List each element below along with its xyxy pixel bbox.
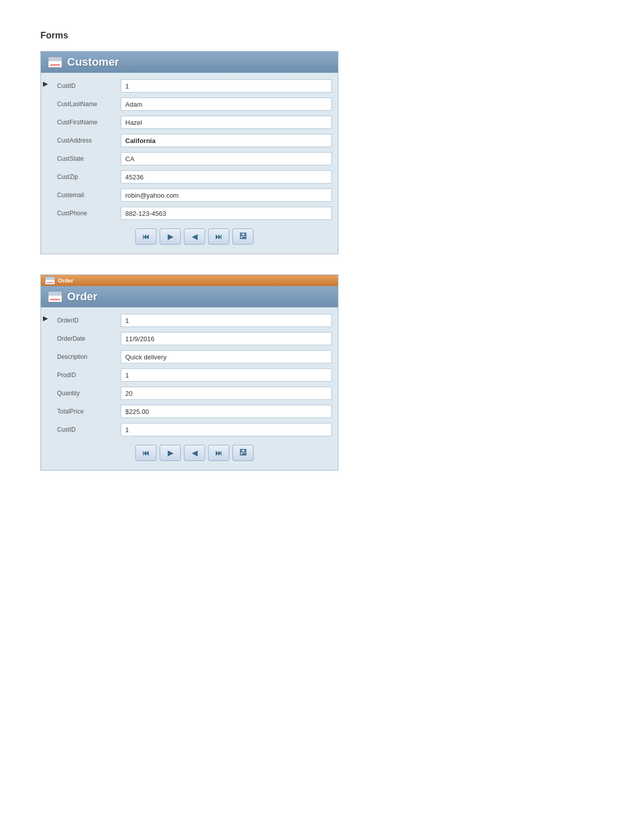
order-fields: OrderID OrderDate Description ProdID Qua… — [51, 311, 338, 466]
customer-form: Customer ▶ CustID CustLastName CustFirst… — [40, 51, 338, 254]
input-orderid[interactable] — [121, 314, 332, 327]
field-row-order-custid: CustID — [51, 421, 338, 439]
order-save-button[interactable]: 🖫 — [232, 445, 254, 461]
field-row-custfirstname: CustFirstName — [51, 113, 338, 131]
input-custstate[interactable] — [121, 152, 332, 165]
field-row-prodid: ProdID — [51, 366, 338, 384]
label-quantity: Quantity — [57, 390, 113, 397]
page-title: Forms — [40, 30, 604, 41]
order-form-title: Order — [67, 290, 97, 303]
label-custfirstname: CustFirstName — [57, 119, 113, 126]
field-row-description: Description — [51, 348, 338, 366]
customer-save-button[interactable]: 🖫 — [232, 228, 254, 245]
input-custemail[interactable] — [121, 189, 332, 202]
field-row-custid: CustID — [51, 77, 338, 95]
customer-first-button[interactable]: ⏮ — [135, 228, 157, 245]
label-custid: CustID — [57, 82, 113, 89]
input-custlastname[interactable] — [121, 98, 332, 111]
label-orderid: OrderID — [57, 317, 113, 324]
label-totalprice: TotalPrice — [57, 408, 113, 415]
customer-record-indicator: ▶ — [41, 77, 51, 250]
label-prodid: ProdID — [57, 372, 113, 379]
field-row-custemail: Custemail — [51, 186, 338, 204]
input-custid[interactable] — [121, 79, 332, 92]
input-custaddress[interactable] — [121, 134, 332, 147]
customer-form-title: Customer — [67, 56, 119, 69]
label-order-custid: CustID — [57, 426, 113, 433]
label-custstate: CustState — [57, 155, 113, 162]
field-row-quantity: Quantity — [51, 384, 338, 402]
order-next-button[interactable]: ▶ — [160, 445, 181, 461]
order-form-titlebar: Order — [41, 286, 338, 307]
customer-fields: CustID CustLastName CustFirstName CustAd… — [51, 77, 338, 250]
order-nav-buttons: ⏮ ▶ ◀ ⏭ 🖫 — [51, 439, 338, 466]
label-custemail: Custemail — [57, 192, 113, 199]
field-row-custstate: CustState — [51, 150, 338, 168]
order-tab-icon — [45, 276, 55, 285]
label-custlastname: CustLastName — [57, 101, 113, 108]
customer-form-icon — [48, 57, 62, 68]
customer-form-body: ▶ CustID CustLastName CustFirstName Cust… — [41, 73, 338, 254]
order-tab-label: Order — [58, 277, 73, 284]
input-description[interactable] — [121, 350, 332, 363]
field-row-custlastname: CustLastName — [51, 95, 338, 113]
field-row-orderid: OrderID — [51, 311, 338, 330]
customer-nav-buttons: ⏮ ▶ ◀ ⏭ 🖫 — [51, 222, 338, 250]
input-totalprice[interactable] — [121, 405, 332, 418]
order-form-icon — [48, 291, 62, 302]
label-custaddress: CustAddress — [57, 137, 113, 144]
label-custzip: CustZip — [57, 173, 113, 180]
order-form: Order Order ▶ OrderID OrderDate Descript… — [40, 274, 338, 471]
label-orderdate: OrderDate — [57, 335, 113, 342]
customer-form-titlebar: Customer — [41, 52, 338, 73]
customer-next-button[interactable]: ▶ — [160, 228, 181, 245]
input-prodid[interactable] — [121, 368, 332, 382]
input-order-custid[interactable] — [121, 423, 332, 436]
input-quantity[interactable] — [121, 387, 332, 400]
order-last-button[interactable]: ⏭ — [208, 445, 229, 461]
order-first-button[interactable]: ⏮ — [135, 445, 157, 461]
field-row-custzip: CustZip — [51, 168, 338, 186]
label-custphone: CustPhone — [57, 210, 113, 217]
field-row-totalprice: TotalPrice — [51, 402, 338, 421]
label-description: Description — [57, 353, 113, 360]
order-record-indicator: ▶ — [41, 311, 51, 466]
input-custzip[interactable] — [121, 170, 332, 183]
input-orderdate[interactable] — [121, 332, 332, 345]
field-row-custphone: CustPhone — [51, 204, 338, 222]
order-prev-button[interactable]: ◀ — [184, 445, 205, 461]
field-row-orderdate: OrderDate — [51, 330, 338, 348]
customer-last-button[interactable]: ⏭ — [208, 228, 229, 245]
customer-prev-button[interactable]: ◀ — [184, 228, 205, 245]
field-row-custaddress: CustAddress — [51, 131, 338, 150]
order-form-body: ▶ OrderID OrderDate Description ProdID Q… — [41, 307, 338, 470]
input-custfirstname[interactable] — [121, 116, 332, 129]
order-tab-bar: Order — [41, 275, 338, 286]
input-custphone[interactable] — [121, 207, 332, 220]
